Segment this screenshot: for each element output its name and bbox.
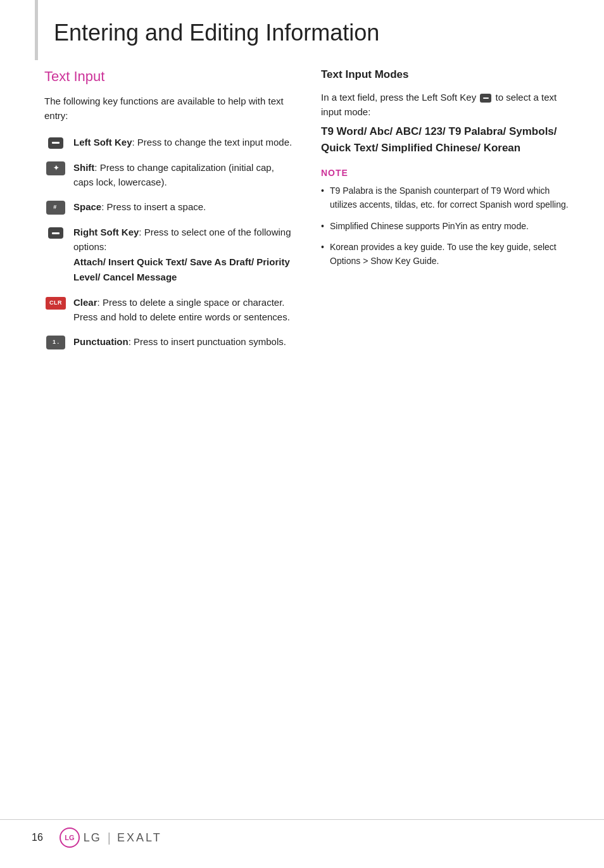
list-item: CLR Clear: Press to delete a single spac…: [44, 295, 296, 325]
page-footer: 16 LG LG | EXALT: [0, 819, 604, 855]
right-column: Text Input Modes In a text field, press …: [321, 68, 572, 360]
brand-name: LG: [84, 831, 101, 845]
list-item: Korean provides a key guide. To use the …: [321, 241, 572, 268]
key-label: Shift: [73, 162, 94, 173]
list-item: # Space: Press to insert a space.: [44, 199, 296, 215]
list-item: 1 . Punctuation: Press to insert punctua…: [44, 334, 296, 349]
clear-key-text: Clear: Press to delete a single space or…: [73, 295, 296, 325]
inline-left-soft-key-icon: [480, 94, 491, 103]
right-soft-key-icon: [44, 226, 67, 240]
left-bar: [35, 0, 38, 60]
footer-divider: |: [108, 831, 111, 845]
intro-paragraph: The following key functions are availabl…: [44, 94, 296, 123]
footer-logo: LG LG | EXALT: [60, 827, 162, 848]
list-item: Left Soft Key: Press to change the text …: [44, 135, 296, 150]
right-intro-part1: In a text field, press the Left Soft Key: [321, 92, 476, 103]
key-description: Press to change the text input mode.: [137, 137, 292, 148]
text-input-title: Text Input: [44, 68, 296, 85]
space-key-text: Space: Press to insert a space.: [73, 199, 296, 214]
key-separator: :: [129, 336, 134, 347]
left-soft-key-text: Left Soft Key: Press to change the text …: [73, 135, 296, 149]
left-soft-key-icon: [44, 136, 67, 150]
key-description: Press to delete a single space or charac…: [73, 297, 290, 322]
key-separator: :: [139, 227, 144, 237]
notes-list: T9 Palabra is the Spanish counterpart of…: [321, 184, 572, 268]
list-item: Simplified Chinese supports PinYin as en…: [321, 220, 572, 234]
key-label: Punctuation: [73, 336, 129, 347]
key-description: Press to insert punctuation symbols.: [134, 336, 286, 347]
right-soft-key-text: Right Soft Key: Press to select one of t…: [73, 225, 296, 285]
space-key-icon: #: [44, 201, 67, 215]
list-item: ✦ Shift: Press to change capitalization …: [44, 160, 296, 190]
note-section: NOTE T9 Palabra is the Spanish counterpa…: [321, 168, 572, 268]
key-functions-list: Left Soft Key: Press to change the text …: [44, 135, 296, 350]
key-separator: :: [101, 201, 106, 212]
key-separator: :: [132, 137, 137, 148]
page-title: Entering and Editing Information: [44, 19, 572, 46]
key-separator: :: [98, 297, 103, 308]
punctuation-key-icon: 1 .: [44, 336, 67, 349]
key-label: Clear: [73, 297, 98, 308]
right-intro-text: In a text field, press the Left Soft Key…: [321, 90, 572, 120]
list-item: Right Soft Key: Press to select one of t…: [44, 225, 296, 285]
left-column: Text Input The following key functions a…: [44, 68, 296, 360]
modes-list: T9 Word/ Abc/ ABC/ 123/ T9 Palabra/ Symb…: [321, 123, 572, 157]
clear-key-icon: CLR: [44, 296, 67, 310]
shift-key-icon: ✦: [44, 161, 67, 175]
key-label: Space: [73, 201, 101, 212]
punctuation-key-text: Punctuation: Press to insert punctuation…: [73, 334, 296, 349]
lg-logo-icon: LG: [60, 827, 80, 848]
page-number: 16: [32, 832, 43, 843]
key-label: Left Soft Key: [73, 137, 132, 148]
key-description: Press to change capitalization (initial …: [73, 162, 274, 187]
note-label: NOTE: [321, 168, 572, 178]
list-item: T9 Palabra is the Spanish counterpart of…: [321, 184, 572, 211]
shift-key-text: Shift: Press to change capitalization (i…: [73, 160, 296, 190]
key-separator: :: [94, 162, 99, 173]
text-input-modes-title: Text Input Modes: [321, 68, 572, 81]
product-name: EXALT: [117, 831, 162, 845]
right-soft-key-options: Attach/ Insert Quick Text/ Save As Draft…: [73, 256, 290, 282]
key-label: Right Soft Key: [73, 227, 139, 237]
key-description: Press to insert a space.: [107, 201, 206, 212]
